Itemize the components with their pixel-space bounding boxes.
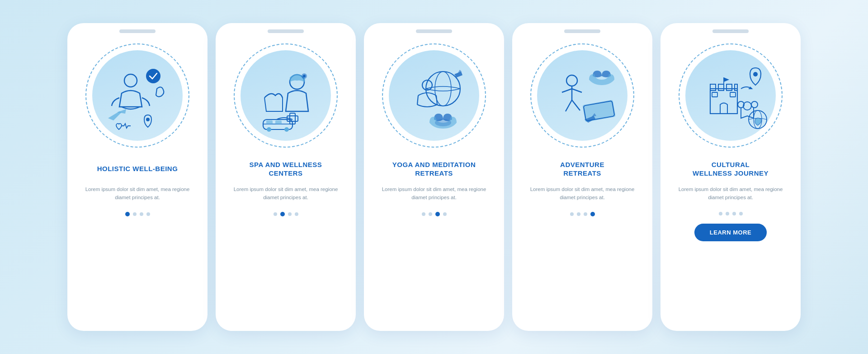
svg-rect-23 bbox=[726, 84, 732, 91]
svg-point-17 bbox=[566, 75, 577, 86]
phone-notch-4 bbox=[564, 29, 600, 33]
illustration-cultural bbox=[676, 41, 785, 150]
spa-svg bbox=[243, 53, 329, 139]
card-title-yoga: YOGA AND MEDITATIONRETREATS bbox=[383, 158, 485, 180]
svg-rect-25 bbox=[712, 92, 717, 97]
yoga-svg bbox=[391, 53, 477, 139]
dots-row-cultural bbox=[719, 212, 743, 215]
svg-point-29 bbox=[751, 101, 758, 108]
dot-a4 bbox=[590, 212, 595, 216]
dot-s4 bbox=[295, 212, 298, 216]
illustration-spa bbox=[231, 41, 340, 150]
svg-rect-22 bbox=[718, 84, 724, 91]
svg-point-9 bbox=[267, 127, 271, 132]
dots-row-adventure bbox=[570, 212, 595, 216]
svg-point-5 bbox=[303, 75, 306, 77]
svg-point-14 bbox=[435, 72, 451, 106]
card-spa: SPA AND WELLNESSCENTERS Lorem ipsum dolo… bbox=[216, 23, 356, 331]
card-title-adventure: ADVENTURERETREATS bbox=[551, 158, 613, 180]
card-yoga: YOGA AND MEDITATIONRETREATS Lorem ipsum … bbox=[364, 23, 504, 331]
dot-a2 bbox=[577, 212, 580, 216]
card-adventure: ADVENTURERETREATS Lorem ipsum dolor sit … bbox=[512, 23, 652, 331]
svg-rect-11 bbox=[266, 120, 273, 124]
dot-s3 bbox=[288, 212, 292, 216]
svg-point-10 bbox=[284, 127, 289, 132]
card-desc-cultural: Lorem ipsum dolor sit dim amet, mea regi… bbox=[660, 185, 801, 202]
illustration-holistic bbox=[83, 41, 192, 150]
illustration-adventure bbox=[528, 41, 637, 150]
adventure-svg bbox=[539, 53, 625, 139]
dot-s2 bbox=[280, 212, 285, 216]
dot-y1 bbox=[422, 212, 425, 216]
dot-c3 bbox=[732, 212, 736, 215]
svg-point-2 bbox=[146, 118, 150, 121]
svg-rect-24 bbox=[735, 84, 737, 91]
dot-y2 bbox=[429, 212, 432, 216]
dots-row-yoga bbox=[422, 212, 447, 216]
card-title-cultural: CULTURALWELLNESS JOURNEY bbox=[684, 158, 778, 180]
card-desc-adventure: Lorem ipsum dolor sit dim amet, mea regi… bbox=[512, 185, 652, 202]
dot-3 bbox=[140, 212, 143, 216]
holistic-svg bbox=[94, 53, 180, 139]
dot-c4 bbox=[739, 212, 743, 215]
phone-notch-2 bbox=[268, 29, 304, 33]
svg-point-1 bbox=[146, 69, 160, 83]
dots-row-holistic bbox=[125, 212, 150, 216]
dot-y4 bbox=[443, 212, 447, 216]
svg-rect-26 bbox=[730, 92, 736, 97]
cards-container: HOLISTIC WELL-BEING Lorem ipsum dolor si… bbox=[58, 14, 810, 340]
dot-c1 bbox=[719, 212, 722, 215]
phone-notch bbox=[119, 29, 156, 33]
card-desc-holistic: Lorem ipsum dolor sit dim amet, mea regi… bbox=[67, 185, 208, 202]
cultural-svg bbox=[688, 53, 774, 139]
dot-y3 bbox=[435, 212, 440, 216]
card-title-holistic: HOLISTIC WELL-BEING bbox=[88, 158, 187, 180]
svg-rect-21 bbox=[710, 84, 716, 91]
dot-1 bbox=[125, 212, 130, 216]
phone-notch-3 bbox=[416, 29, 452, 33]
card-cultural: CULTURALWELLNESS JOURNEY Lorem ipsum dol… bbox=[660, 23, 801, 331]
card-title-spa: SPA AND WELLNESSCENTERS bbox=[241, 158, 331, 180]
card-desc-yoga: Lorem ipsum dolor sit dim amet, mea regi… bbox=[364, 185, 504, 202]
learn-more-button[interactable]: LEARN MORE bbox=[694, 224, 767, 241]
dot-c2 bbox=[726, 212, 729, 215]
dots-row-spa bbox=[274, 212, 298, 216]
dot-4 bbox=[146, 212, 150, 216]
svg-rect-12 bbox=[275, 120, 282, 124]
illustration-yoga bbox=[380, 41, 488, 150]
svg-point-28 bbox=[743, 102, 751, 110]
card-holistic: HOLISTIC WELL-BEING Lorem ipsum dolor si… bbox=[67, 23, 208, 331]
svg-point-0 bbox=[124, 74, 137, 87]
dot-a3 bbox=[584, 212, 587, 216]
dot-s1 bbox=[274, 212, 277, 216]
dot-2 bbox=[133, 212, 137, 216]
svg-point-27 bbox=[753, 72, 758, 77]
svg-point-16 bbox=[435, 119, 451, 126]
dot-a1 bbox=[570, 212, 574, 216]
card-desc-spa: Lorem ipsum dolor sit dim amet, mea regi… bbox=[216, 185, 356, 202]
phone-notch-5 bbox=[712, 29, 749, 33]
